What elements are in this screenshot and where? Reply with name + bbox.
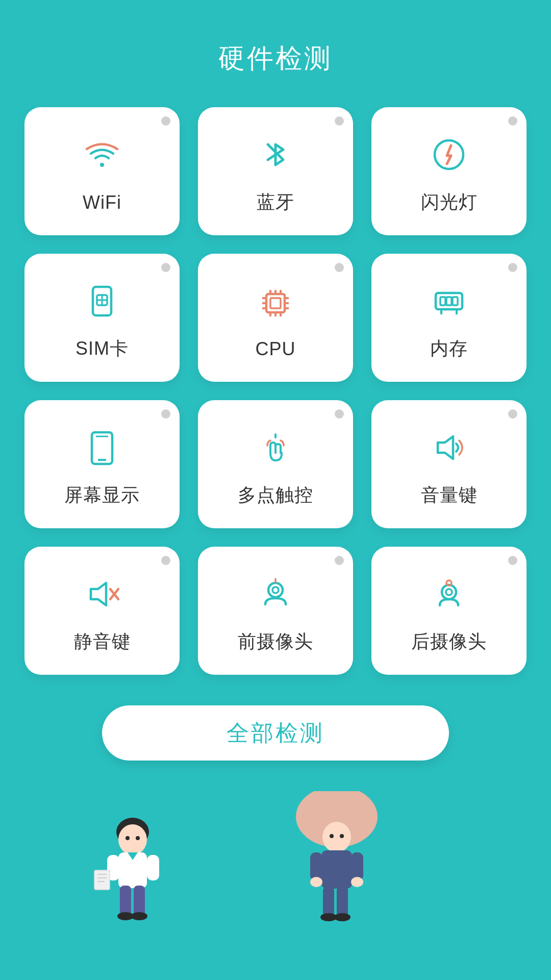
sim-label: SIM卡 <box>76 336 129 361</box>
svg-rect-7 <box>270 298 281 308</box>
svg-point-42 <box>136 836 140 840</box>
card-bluetooth[interactable]: 蓝牙 <box>198 107 353 235</box>
svg-point-62 <box>351 877 363 887</box>
svg-rect-23 <box>440 297 445 305</box>
svg-rect-46 <box>120 886 131 916</box>
svg-rect-47 <box>134 886 145 916</box>
bluetooth-icon <box>253 132 298 178</box>
rear-camera-label: 后摄像头 <box>411 629 487 654</box>
front-camera-label: 前摄像头 <box>238 629 313 654</box>
card-grid: WiFi 蓝牙 闪光灯 SIM卡 <box>0 107 551 675</box>
svg-point-36 <box>442 585 456 599</box>
svg-point-57 <box>340 834 344 838</box>
card-rear-camera[interactable]: 后摄像头 <box>371 547 527 675</box>
volume-label: 音量键 <box>421 483 478 508</box>
card-touch[interactable]: 多点触控 <box>198 400 353 528</box>
svg-rect-45 <box>147 855 159 880</box>
card-sim[interactable]: SIM卡 <box>24 254 180 382</box>
flashlight-label: 闪光灯 <box>421 190 478 215</box>
svg-point-49 <box>131 912 147 920</box>
svg-point-55 <box>322 822 351 852</box>
screen-label: 屏幕显示 <box>64 483 140 508</box>
svg-rect-25 <box>453 297 458 305</box>
svg-point-34 <box>272 587 279 593</box>
wifi-label: WiFi <box>83 192 121 213</box>
svg-rect-6 <box>266 294 285 312</box>
svg-rect-50 <box>94 870 110 890</box>
cpu-label: CPU <box>255 338 295 360</box>
svg-rect-64 <box>337 887 348 917</box>
card-memory[interactable]: 内存 <box>371 254 527 382</box>
screen-icon <box>79 425 125 471</box>
card-flashlight[interactable]: 闪光灯 <box>371 107 527 235</box>
detect-all-button[interactable]: 全部检测 <box>102 705 449 761</box>
volume-icon <box>426 425 472 471</box>
svg-point-33 <box>268 583 283 597</box>
bluetooth-label: 蓝牙 <box>257 190 294 215</box>
card-screen[interactable]: 屏幕显示 <box>24 400 180 528</box>
card-cpu[interactable]: CPU <box>198 254 353 382</box>
sim-icon <box>79 278 125 324</box>
svg-point-41 <box>126 836 130 840</box>
cpu-icon <box>253 280 298 326</box>
svg-rect-59 <box>310 852 322 880</box>
svg-marker-29 <box>438 436 453 459</box>
flashlight-icon <box>426 132 472 178</box>
svg-marker-30 <box>91 583 106 605</box>
card-front-camera[interactable]: 前摄像头 <box>198 547 353 675</box>
svg-point-0 <box>100 163 104 167</box>
front-camera-icon <box>253 571 298 617</box>
svg-point-66 <box>334 913 350 921</box>
svg-rect-60 <box>351 852 363 880</box>
mute-icon <box>79 571 125 617</box>
rear-camera-icon <box>426 571 472 617</box>
touch-icon <box>253 425 298 471</box>
svg-point-56 <box>330 834 334 838</box>
svg-rect-58 <box>321 850 352 889</box>
mute-label: 静音键 <box>74 629 131 654</box>
svg-point-38 <box>446 580 452 585</box>
card-mute[interactable]: 静音键 <box>24 547 180 675</box>
touch-label: 多点触控 <box>238 483 313 508</box>
card-wifi[interactable]: WiFi <box>24 107 180 235</box>
wifi-icon <box>79 134 125 180</box>
svg-point-61 <box>310 877 322 887</box>
memory-label: 内存 <box>430 336 468 361</box>
svg-rect-24 <box>446 297 452 305</box>
illustration <box>0 791 551 980</box>
svg-point-37 <box>446 589 452 595</box>
card-volume[interactable]: 音量键 <box>371 400 527 528</box>
svg-point-40 <box>118 824 147 855</box>
page-title: 硬件检测 <box>218 41 333 77</box>
svg-rect-63 <box>323 887 334 917</box>
memory-icon <box>426 278 472 324</box>
